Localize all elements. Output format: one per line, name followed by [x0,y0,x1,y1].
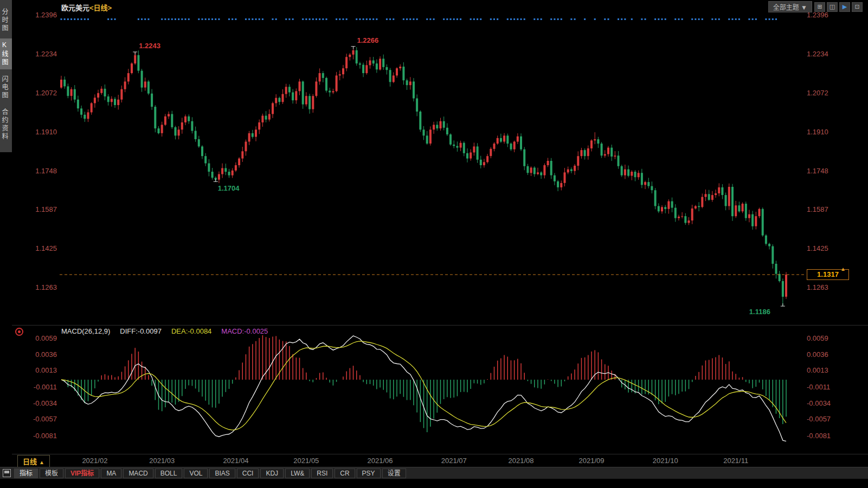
toolbar-item-MA[interactable]: MA [101,469,121,478]
y-axis-label: 1.2396 [19,11,57,19]
macd-dea-value: DEA:-0.0084 [171,327,211,335]
month-label: 2021/03 [147,457,177,465]
month-label: 2021/06 [365,457,395,465]
y-axis-label: 1.1748 [807,167,828,175]
toolbar-item-VOL[interactable]: VOL [184,469,208,478]
y-axis-label: -0.0057 [807,415,831,424]
panel-icon[interactable] [3,469,11,477]
y-axis-label: 1.1425 [19,244,57,253]
layout-grid-icon[interactable]: ⊞ [814,2,825,12]
indicator-dot-icon[interactable] [15,328,23,336]
symbol-name: 欧元美元 [61,4,89,12]
annotations-layer: 1.22431.22661.17041.1186 [60,36,805,316]
y-axis-label: -0.0011 [807,383,830,392]
window-icon-buttons: ⊞◫▶⊡ [814,2,863,12]
toolbar-item-BOLL[interactable]: BOLL [155,469,183,478]
price-arrow-icon: ▲ [840,266,846,272]
macd-diff-value: DIFF:-0.0097 [120,327,162,335]
y-axis-label: 1.2072 [807,89,828,97]
macd-macd-value: MACD:-0.0025 [221,327,268,335]
y-axis-label: 0.0036 [19,350,57,359]
y-axis-label: 1.2072 [19,89,57,97]
y-axis-label: -0.0034 [807,399,831,408]
macd-header: MACD(26,12,9) DIFF:-0.0097 DEA:-0.0084 M… [61,327,268,335]
top-controls: 全部主题 ▼ ⊞◫▶⊡ [768,1,863,12]
month-label: 2021/07 [439,457,469,465]
candles-layer [60,47,787,307]
month-label: 2021/08 [506,457,536,465]
y-axis-label: 1.1587 [807,205,828,214]
month-label: 2021/04 [221,457,251,465]
left-sidebar: 分时图K线图闪电图合约资料 [0,0,12,152]
toolbar-item-PSY[interactable]: PSY [357,469,381,478]
theme-dropdown[interactable]: 全部主题 ▼ [768,1,812,12]
y-axis-label: 1.2234 [19,50,57,58]
play-icon[interactable]: ▶ [839,2,850,12]
theme-dropdown-label: 全部主题 [773,4,799,11]
toolbar-item-KDJ[interactable]: KDJ [260,469,284,478]
y-axis-label: -0.0011 [19,383,57,392]
panel-divider [12,325,868,326]
macd-title: MACD(26,12,9) [61,327,110,335]
toolbar-item-BIAS[interactable]: BIAS [209,469,235,478]
x-axis: 日线▲ 2021/022021/032021/042021/052021/062… [0,454,868,467]
y-axis-label: 0.0036 [807,350,828,359]
svg-text:1.2243: 1.2243 [139,42,160,50]
sidebar-item-闪电图[interactable]: 闪电图 [0,73,12,102]
macd-layer [61,335,786,441]
sidebar-item-合约资料[interactable]: 合约资料 [0,106,12,144]
toolbar-item-设置[interactable]: 设置 [382,469,406,478]
toolbar-item-LW&[interactable]: LW& [285,469,310,478]
month-label: 2021/09 [576,457,607,465]
layout-split-icon[interactable]: ◫ [827,2,838,12]
sidebar-item-K线图[interactable]: K线图 [0,38,12,69]
y-axis-label: 1.1748 [19,167,57,175]
y-axis-label: 1.1910 [807,128,828,136]
y-axis-label: 1.1910 [19,128,57,136]
y-axis-label: 0.0013 [807,366,828,375]
y-axis-label: 1.1263 [807,283,828,292]
chart-canvas[interactable]: 1.22431.22661.17041.1186 [0,0,868,488]
month-label: 2021/02 [80,457,110,465]
toolbar-item-CR[interactable]: CR [335,469,355,478]
svg-text:1.1186: 1.1186 [749,308,770,316]
chart-title: 欧元美元<日线> [61,2,112,12]
y-axis-label: -0.0081 [807,432,831,440]
chevron-down-icon: ▼ [801,4,807,11]
y-axis-label: 1.1263 [19,283,57,292]
y-axis-label: 1.1587 [19,205,57,214]
toolbar-item-CCI[interactable]: CCI [237,469,259,478]
y-axis-label: 1.2234 [807,50,828,58]
y-axis-label: -0.0057 [19,415,57,424]
toolbar-item-VIP指标[interactable]: VIP指标 [65,469,99,478]
toolbar-item-指标[interactable]: 指标 [14,469,38,478]
period-tag: <日线> [89,4,112,12]
period-tab[interactable]: 日线▲ [17,455,50,467]
toolbar-item-RSI[interactable]: RSI [311,469,333,478]
y-axis-label: 0.0059 [19,334,57,343]
snapshot-icon[interactable]: ⊡ [852,2,863,12]
toolbar-item-MACD[interactable]: MACD [123,469,153,478]
indicator-toolbar: 指标模板VIP指标MAMACDBOLLVOLBIASCCIKDJLW&RSICR… [0,467,868,479]
y-axis-label: 0.0013 [19,366,57,375]
y-axis-label: -0.0081 [19,432,57,440]
signal-dots-layer [61,18,777,20]
period-tab-label: 日线 [23,458,37,466]
svg-text:1.1704: 1.1704 [218,184,240,192]
month-label: 2021/11 [721,457,751,465]
sidebar-item-分时图[interactable]: 分时图 [0,5,12,35]
svg-text:1.2266: 1.2266 [357,36,379,44]
month-label: 2021/05 [291,457,322,465]
y-axis-label: 1.1425 [807,244,828,253]
y-axis-label: 0.0059 [807,334,828,343]
toolbar-item-模板[interactable]: 模板 [40,469,63,478]
triangle-up-icon: ▲ [39,459,44,465]
y-axis-label: -0.0034 [19,399,57,408]
month-label: 2021/10 [650,457,680,465]
